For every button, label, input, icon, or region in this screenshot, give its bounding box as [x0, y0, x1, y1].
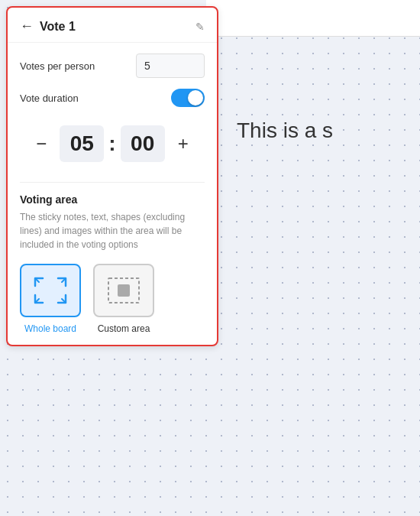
svg-rect-1 [118, 284, 130, 297]
custom-area-label: Custom area [98, 323, 150, 334]
votes-per-person-row: Votes per person [20, 54, 205, 78]
timer-minus-button[interactable]: − [29, 131, 53, 156]
panel-body: Votes per person Vote duration − 05 : 00… [8, 43, 217, 345]
edit-button[interactable]: ✎ [195, 21, 205, 33]
votes-per-person-input[interactable] [136, 54, 205, 78]
back-button[interactable]: ← [20, 18, 34, 34]
whole-board-icon [32, 275, 69, 306]
custom-area-icon-box [93, 264, 154, 317]
vote-duration-toggle[interactable] [171, 89, 205, 107]
vote-panel: ← Vote 1 ✎ Votes per person Vote duratio… [6, 6, 218, 346]
vote-duration-row: Vote duration [20, 89, 205, 107]
timer-display: 05 : 00 [60, 125, 164, 162]
custom-area-icon-svg [105, 275, 142, 306]
timer-plus-button[interactable]: + [171, 131, 195, 156]
vote-duration-label: Vote duration [20, 92, 79, 104]
voting-area-description: The sticky notes, text, shapes (excludin… [20, 210, 205, 252]
canvas-header [206, 0, 420, 37]
toggle-knob [188, 90, 203, 105]
custom-area-option[interactable]: Custom area [93, 264, 154, 334]
timer-seconds: 00 [121, 125, 165, 162]
votes-per-person-label: Votes per person [20, 60, 95, 72]
whole-board-label: Whole board [24, 323, 76, 334]
voting-area-title: Voting area [20, 193, 205, 206]
divider [20, 182, 205, 183]
panel-header: ← Vote 1 ✎ [8, 8, 217, 43]
canvas-text: This is a s [237, 118, 333, 143]
timer-container: − 05 : 00 + [20, 118, 205, 170]
timer-minutes: 05 [60, 125, 104, 162]
whole-board-icon-box [20, 264, 81, 317]
area-options: Whole board Custom area [20, 264, 205, 334]
panel-title: Vote 1 [40, 20, 189, 34]
whole-board-option[interactable]: Whole board [20, 264, 81, 334]
timer-colon: : [108, 131, 115, 156]
voting-area-section: Voting area The sticky notes, text, shap… [20, 193, 205, 334]
